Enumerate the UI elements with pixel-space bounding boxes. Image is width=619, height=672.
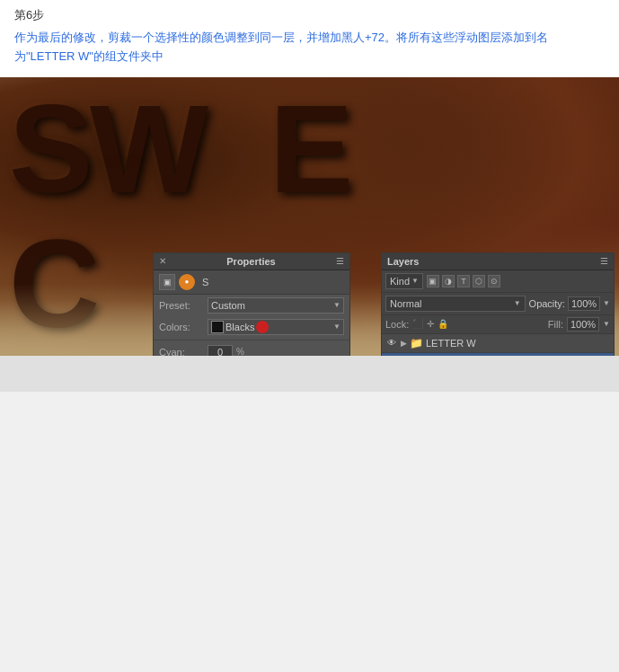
letter-e: E (270, 86, 353, 212)
fill-value[interactable]: 100% (567, 317, 599, 332)
blend-mode-value: Normal (390, 298, 421, 309)
properties-title: Properties (226, 256, 275, 267)
type-filter-icon[interactable]: T (457, 275, 470, 287)
fill-arrow-icon: ▼ (603, 320, 610, 328)
opacity-label: Opacity: (529, 298, 565, 309)
colors-value: Blacks (225, 322, 254, 332)
layer-group-letter-w[interactable]: 👁 ▶ 📁 LETTER W (382, 334, 614, 353)
close-icon[interactable]: ✕ (159, 256, 166, 266)
kind-dropdown[interactable]: Kind ▼ (385, 273, 423, 289)
layer-selective-color[interactable]: 👁 ↳ ⛓ Selective Color (382, 353, 614, 356)
shape-filter-icon[interactable]: ⬡ (473, 275, 485, 287)
cyan-label: Cyan: (159, 347, 204, 356)
lock-position-icon[interactable]: ✛ (427, 319, 434, 329)
folder-icon: 📁 (410, 337, 423, 349)
lock-all-icon[interactable]: 🔒 (438, 319, 448, 329)
description-text: 作为最后的修改，剪裁一个选择性的颜色调整到同一层，并增加黑人+72。将所有这些浮… (14, 29, 605, 74)
adjustment-icon-mask[interactable]: ▣ (159, 274, 175, 290)
smartobj-filter-icon[interactable]: ⊙ (488, 275, 500, 287)
preset-row: Preset: Custom ▼ (154, 295, 349, 316)
panel-menu-icon[interactable]: ☰ (336, 256, 344, 266)
preset-arrow-icon: ▼ (333, 301, 340, 309)
layers-panel-header: Layers ☰ (382, 253, 614, 270)
layers-title: Layers (387, 256, 419, 267)
opacity-value[interactable]: 100% (568, 296, 600, 311)
page-wrapper: 第6步 作为最后的修改，剪裁一个选择性的颜色调整到同一层，并增加黑人+72。将所… (0, 0, 619, 392)
colors-arrow-icon: ▼ (333, 323, 340, 331)
fill-label: Fill: (548, 319, 563, 330)
properties-panel-header: ✕ Properties ☰ (154, 253, 349, 270)
main-image-area: S W E C ✕ Properties ☰ ▣ ● S Preset: Cus… (0, 77, 619, 356)
selective-color-icon[interactable]: ● (179, 274, 195, 290)
opacity-row: Opacity: 100% ▼ (529, 296, 610, 311)
layer-s-label: S (202, 277, 208, 287)
group-eye-icon[interactable]: 👁 (385, 337, 398, 349)
preset-label: Preset: (159, 300, 204, 311)
cyan-value[interactable]: 0 (208, 345, 233, 356)
lock-pixel-icon[interactable]: ⬛ (412, 319, 423, 329)
group-arrow-icon[interactable]: ▶ (401, 339, 407, 348)
divider-1 (154, 340, 349, 340)
group-name: LETTER W (426, 338, 610, 349)
adjustment-filter-icon[interactable]: ◑ (442, 275, 455, 287)
filter-icons: ▣ ◑ T ⬡ ⊙ (427, 275, 500, 287)
kind-arrow-icon: ▼ (411, 277, 419, 285)
layers-panel: Layers ☰ Kind ▼ ▣ ◑ T ⬡ ⊙ (381, 252, 615, 356)
layers-filter-row: Kind ▼ ▣ ◑ T ⬡ ⊙ (382, 270, 614, 293)
blend-arrow-icon: ▼ (514, 299, 521, 307)
preset-dropdown[interactable]: Custom ▼ (208, 297, 344, 314)
lock-row: Lock: ⬛ ✛ 🔒 Fill: 100% ▼ (382, 315, 614, 334)
tutorial-header: 第6步 作为最后的修改，剪裁一个选择性的颜色调整到同一层，并增加黑人+72。将所… (0, 0, 619, 77)
opacity-arrow-icon: ▼ (603, 299, 610, 307)
bottom-area (0, 356, 619, 392)
blend-mode-dropdown[interactable]: Normal ▼ (385, 296, 526, 312)
lock-label: Lock: (385, 319, 409, 330)
letter-w: W (90, 86, 208, 212)
blend-opacity-row: Normal ▼ Opacity: 100% ▼ (382, 293, 614, 315)
pixel-filter-icon[interactable]: ▣ (427, 275, 439, 287)
target-icon[interactable] (256, 321, 269, 333)
colors-dropdown[interactable]: Blacks ▼ (208, 319, 344, 335)
color-swatch (211, 321, 224, 333)
properties-panel: ✕ Properties ☰ ▣ ● S Preset: Custom ▼ Co… (153, 252, 350, 356)
colors-label: Colors: (159, 322, 204, 332)
panel-icon-row: ▣ ● S (154, 270, 349, 295)
letter-s: S (9, 86, 88, 212)
cyan-percent: % (236, 347, 244, 356)
cyan-row: Cyan: 0 % (154, 342, 349, 356)
kind-label: Kind (390, 276, 410, 287)
step-title: 第6步 (14, 7, 605, 23)
colors-row: Colors: Blacks ▼ (154, 316, 349, 338)
layers-menu-icon[interactable]: ☰ (600, 256, 608, 266)
preset-value: Custom (211, 300, 245, 311)
